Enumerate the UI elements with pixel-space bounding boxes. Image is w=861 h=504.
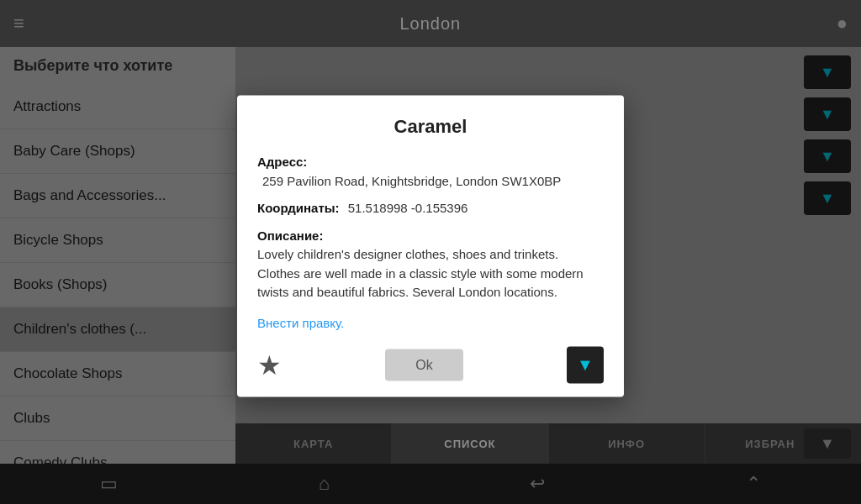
nav-arrow-icon: ▼ (577, 355, 594, 375)
coords-value: 51.518998 -0.155396 (348, 201, 468, 215)
dialog-actions: ★ Ok ▼ (257, 346, 604, 383)
dialog-coords-row: Координаты: 51.518998 -0.155396 (257, 199, 604, 218)
nav-arrow-button[interactable]: ▼ (567, 346, 604, 383)
desc-value: Lovely children's designer clothes, shoe… (257, 247, 584, 299)
address-label: Адресс: (257, 155, 307, 169)
star-button[interactable]: ★ (257, 349, 282, 381)
coords-label: Координаты: (257, 201, 340, 215)
dialog-address-row: Адресс: 259 Pavilion Road, Knightsbridge… (257, 153, 604, 191)
dialog-title: Caramel (257, 116, 604, 138)
desc-label: Описание: (257, 226, 604, 245)
ok-button[interactable]: Ok (385, 349, 462, 381)
edit-link[interactable]: Внести правку. (257, 315, 604, 329)
dialog-desc: Описание: Lovely children's designer clo… (257, 226, 604, 302)
dialog: Caramel Адресс: 259 Pavilion Road, Knigh… (237, 96, 624, 397)
address-value: 259 Pavilion Road, Knightsbridge, London… (262, 173, 561, 187)
